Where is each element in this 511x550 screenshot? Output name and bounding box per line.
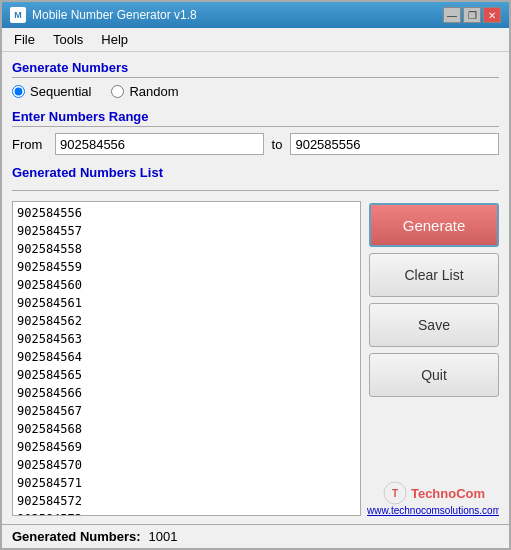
menu-tools[interactable]: Tools: [45, 30, 91, 49]
to-label: to: [272, 137, 283, 152]
list-item: 902584566: [17, 384, 356, 402]
to-input[interactable]: [290, 133, 499, 155]
svg-text:T: T: [392, 488, 398, 499]
menu-bar: File Tools Help: [2, 28, 509, 52]
restore-button[interactable]: ❐: [463, 7, 481, 23]
list-item: 902584571: [17, 474, 356, 492]
buttons-panel: Generate Clear List Save Quit T TechnoCo…: [369, 201, 499, 516]
range-section-label: Enter Numbers Range: [12, 109, 499, 124]
title-bar-left: M Mobile Number Generator v1.8: [10, 7, 197, 23]
list-item: 902584569: [17, 438, 356, 456]
sequential-radio[interactable]: [12, 85, 25, 98]
list-divider: [12, 190, 499, 191]
list-item: 902584565: [17, 366, 356, 384]
list-item: 902584558: [17, 240, 356, 258]
range-divider: [12, 126, 499, 127]
generate-divider: [12, 77, 499, 78]
generate-section-label: Generate Numbers: [12, 60, 499, 75]
list-item: 902584570: [17, 456, 356, 474]
status-value: 1001: [149, 529, 178, 544]
minimize-button[interactable]: —: [443, 7, 461, 23]
list-item: 902584560: [17, 276, 356, 294]
clear-list-button[interactable]: Clear List: [369, 253, 499, 297]
title-buttons: — ❐ ✕: [443, 7, 501, 23]
save-button[interactable]: Save: [369, 303, 499, 347]
brand-logo: T TechnoCom: [383, 481, 485, 505]
list-section-label: Generated Numbers List: [12, 165, 499, 180]
from-label: From: [12, 137, 47, 152]
random-option[interactable]: Random: [111, 84, 178, 99]
list-item: 902584563: [17, 330, 356, 348]
random-label: Random: [129, 84, 178, 99]
range-row: From to: [12, 129, 499, 159]
list-item: 902584562: [17, 312, 356, 330]
menu-file[interactable]: File: [6, 30, 43, 49]
brand-name: TechnoCom: [411, 486, 485, 501]
list-item: 902584572: [17, 492, 356, 510]
list-item: 902584557: [17, 222, 356, 240]
brand-area: T TechnoCom www.technocomsolutions.com: [369, 477, 499, 516]
status-label: Generated Numbers:: [12, 529, 141, 544]
sequential-label: Sequential: [30, 84, 91, 99]
range-section: Enter Numbers Range From to: [12, 109, 499, 159]
close-button[interactable]: ✕: [483, 7, 501, 23]
list-container: 9025845569025845579025845589025845599025…: [12, 201, 361, 516]
list-item: 902584561: [17, 294, 356, 312]
list-item: 902584559: [17, 258, 356, 276]
main-area: 9025845569025845579025845589025845599025…: [12, 201, 499, 516]
from-input[interactable]: [55, 133, 264, 155]
title-bar: M Mobile Number Generator v1.8 — ❐ ✕: [2, 2, 509, 28]
sequential-option[interactable]: Sequential: [12, 84, 91, 99]
list-item: 902584556: [17, 204, 356, 222]
main-content: Generate Numbers Sequential Random Enter…: [2, 52, 509, 524]
numbers-list[interactable]: 9025845569025845579025845589025845599025…: [12, 201, 361, 516]
main-window: M Mobile Number Generator v1.8 — ❐ ✕ Fil…: [0, 0, 511, 550]
menu-help[interactable]: Help: [93, 30, 136, 49]
list-item: 902584564: [17, 348, 356, 366]
generate-button[interactable]: Generate: [369, 203, 499, 247]
list-item: 902584573: [17, 510, 356, 516]
window-title: Mobile Number Generator v1.8: [32, 8, 197, 22]
brand-icon: T: [383, 481, 407, 505]
generate-section: Generate Numbers Sequential Random: [12, 60, 499, 103]
list-item: 902584568: [17, 420, 356, 438]
radio-group: Sequential Random: [12, 80, 499, 103]
brand-url[interactable]: www.technocomsolutions.com: [367, 505, 499, 516]
quit-button[interactable]: Quit: [369, 353, 499, 397]
random-radio[interactable]: [111, 85, 124, 98]
status-bar: Generated Numbers: 1001: [2, 524, 509, 548]
list-item: 902584567: [17, 402, 356, 420]
app-icon: M: [10, 7, 26, 23]
